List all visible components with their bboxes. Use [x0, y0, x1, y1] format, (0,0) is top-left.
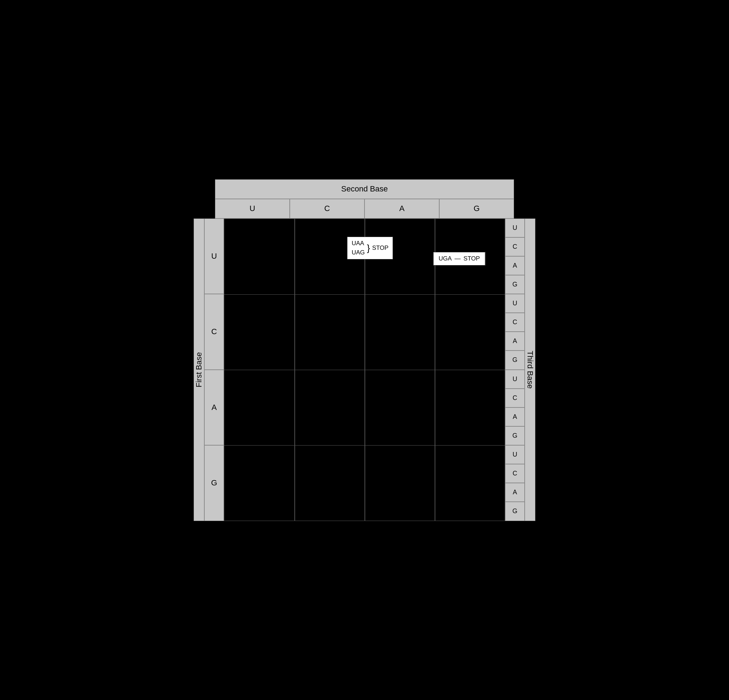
third-base-cells: U C A G U C A G U C A G U C A G	[505, 218, 525, 521]
second-base-columns: U C A G	[215, 199, 514, 218]
third-base-cell-9: C	[505, 389, 525, 408]
second-base-col-A: A	[364, 199, 439, 218]
second-base-col-U: U	[215, 199, 290, 218]
col-divider-2	[364, 219, 365, 521]
third-base-cell-11: G	[505, 426, 525, 445]
stop-codon-box-1: UAA UAG } STOP	[347, 237, 394, 259]
third-base-cell-0: U	[505, 218, 525, 237]
third-base-cell-7: G	[505, 350, 525, 369]
first-base-row-A: A	[204, 370, 224, 446]
stop-codon-uag: UAG	[352, 249, 365, 256]
codon-table: Second Base U C A G First Base U C A G	[194, 179, 535, 521]
second-base-title: Second Base	[341, 184, 388, 193]
stop-dash: —	[455, 255, 460, 262]
third-base-cell-6: A	[505, 332, 525, 350]
third-base-cell-10: A	[505, 408, 525, 426]
third-base-cell-15: G	[505, 502, 525, 521]
third-base-cell-14: A	[505, 483, 525, 502]
second-base-header: Second Base	[215, 179, 514, 199]
first-base-row-G: G	[204, 445, 224, 521]
third-base-cell-13: C	[505, 464, 525, 483]
third-base-cell-8: U	[505, 370, 525, 389]
third-base-cell-12: U	[505, 445, 525, 464]
third-base-cell-1: C	[505, 237, 525, 256]
first-base-rows: U C A G	[204, 218, 224, 521]
stop-codon-uaa: UAA	[352, 240, 365, 247]
stop-codon-uga: UGA	[439, 255, 452, 262]
third-base-cell-4: U	[505, 294, 525, 313]
stop-label-2: STOP	[463, 255, 480, 262]
third-base-label: Third Base	[525, 218, 535, 521]
first-base-row-C: C	[204, 294, 224, 370]
col-divider-1	[294, 219, 295, 521]
stop-codon-list: UAA UAG	[352, 240, 365, 256]
stop-label-1: STOP	[372, 244, 388, 251]
brace-symbol: }	[367, 243, 370, 253]
stop-codon-box-2: UGA — STOP	[433, 252, 485, 266]
third-base-cell-2: A	[505, 256, 525, 275]
second-base-col-G: G	[439, 199, 514, 218]
second-base-col-C: C	[290, 199, 364, 218]
first-base-label: First Base	[194, 218, 204, 521]
third-base-cell-5: C	[505, 313, 525, 332]
first-base-row-U: U	[204, 218, 224, 294]
main-codon-grid: UAA UAG } STOP UGA — STOP	[224, 218, 505, 521]
third-base-cell-3: G	[505, 275, 525, 294]
